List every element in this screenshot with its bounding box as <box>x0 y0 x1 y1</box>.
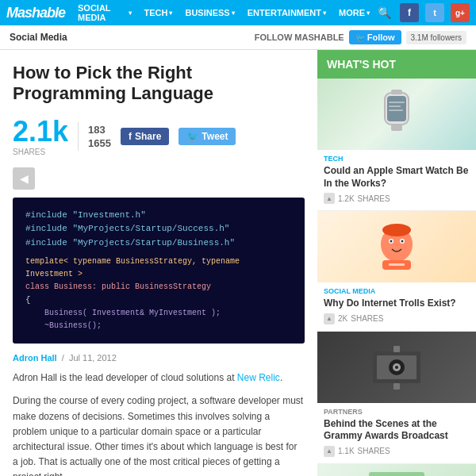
grammy-body: PARTNERS Behind the Scenes at the Grammy… <box>317 403 476 463</box>
apple-watch-image <box>317 79 476 150</box>
code-line-method: Business( Investment& MyInvestment ); <box>25 307 292 320</box>
share-label: SHARES <box>13 148 68 156</box>
followers-count: 3.1M followers <box>406 31 466 44</box>
twitter-tweet-icon: 🐦 <box>186 131 198 142</box>
category-label: Social Media <box>10 32 67 43</box>
code-block: #include "Investment.h" #include "MyProj… <box>13 198 305 344</box>
trolls-shares: ▲ 2K SHARES <box>324 313 470 324</box>
site-logo[interactable]: Mashable <box>6 5 65 21</box>
nav-entertainment[interactable]: Entertainment ▾ <box>243 5 331 21</box>
svg-point-12 <box>382 224 411 236</box>
twitter-tweet-button[interactable]: 🐦 Tweet <box>178 128 236 145</box>
shares-icon: ▲ <box>324 193 335 204</box>
facebook-share-icon: f <box>129 131 132 142</box>
svg-rect-20 <box>393 346 400 352</box>
nav-right-icons: 🔍 f t g+ <box>374 3 470 22</box>
share-num-1: 183 <box>88 124 111 136</box>
main-content: How to Pick the Right Programming Langua… <box>0 50 317 476</box>
svg-rect-6 <box>389 109 403 111</box>
chevron-down-icon: ▾ <box>323 10 326 17</box>
chevron-down-icon: ▾ <box>129 10 132 17</box>
svg-point-11 <box>401 240 404 243</box>
nav-business[interactable]: Business ▾ <box>180 5 239 21</box>
article-p1: During the course of every coding projec… <box>13 393 305 476</box>
grammy-title[interactable]: Behind the Scenes at the Grammy Awards B… <box>324 418 470 443</box>
code-line-1: #include "Investment.h" <box>25 209 292 223</box>
sidebar-card-grammy[interactable]: PARTNERS Behind the Scenes at the Grammy… <box>317 332 476 464</box>
svg-point-10 <box>390 240 393 243</box>
trolls-title[interactable]: Why Do Internet Trolls Exist? <box>324 298 470 310</box>
svg-point-19 <box>395 366 398 369</box>
share-count: 2.1k <box>13 117 68 146</box>
new-relic-link[interactable]: New Relic <box>237 372 280 383</box>
facebook-share-button[interactable]: f Share <box>121 128 169 145</box>
googleplus-icon[interactable]: g+ <box>451 3 470 22</box>
share-divider <box>78 122 79 151</box>
grammy-image <box>317 332 476 403</box>
code-line-3: #include "MyProjects/Startup/Business.h" <box>25 236 292 251</box>
bottom-image <box>317 464 476 476</box>
share-num-2: 1655 <box>88 137 111 149</box>
nav-items: Social Media ▾ Tech ▾ Business ▾ Enterta… <box>73 0 374 25</box>
svg-rect-5 <box>389 106 401 107</box>
svg-rect-22 <box>369 472 424 476</box>
whats-hot-header: What's Hot <box>317 50 476 79</box>
article-bio: Adron Hall is the lead developer of clou… <box>13 370 305 386</box>
svg-rect-14 <box>389 263 405 266</box>
search-icon[interactable]: 🔍 <box>374 3 393 22</box>
follow-mashable-label: Follow Mashable <box>255 33 344 42</box>
author-name[interactable]: Adron Hall <box>13 353 57 363</box>
facebook-icon[interactable]: f <box>400 3 419 22</box>
share-expand-button[interactable]: ◀ <box>13 167 35 190</box>
twitter-icon[interactable]: t <box>425 3 444 22</box>
svg-rect-3 <box>391 90 402 94</box>
twitter-small-icon: 🐦 <box>355 33 365 42</box>
code-line-2: #include "MyProjects/Startup/Success.h" <box>25 222 292 236</box>
grammy-category: PARTNERS <box>324 408 470 416</box>
sidebar-card-bottom[interactable] <box>317 464 476 476</box>
apple-watch-shares: ▲ 1.2K SHARES <box>324 193 470 204</box>
follow-button[interactable]: 🐦 Follow <box>349 30 401 44</box>
apple-watch-title[interactable]: Could an Apple Smart Watch Be In the Wor… <box>324 165 470 190</box>
apple-watch-body: TECH Could an Apple Smart Watch Be In th… <box>317 150 476 210</box>
shares-icon-2: ▲ <box>324 313 335 324</box>
article-body: Adron Hall is the lead developer of clou… <box>13 370 305 476</box>
grammy-shares: ▲ 1.1K SHARES <box>324 446 470 457</box>
svg-rect-1 <box>387 96 406 121</box>
apple-watch-category: TECH <box>324 155 470 163</box>
article-date: Jul 11, 2012 <box>69 353 117 363</box>
svg-rect-4 <box>389 102 405 103</box>
sidebar-card-apple-watch[interactable]: TECH Could an Apple Smart Watch Be In th… <box>317 79 476 211</box>
code-line-destructor: ~Business(); <box>25 320 292 332</box>
nav-social-media[interactable]: Social Media ▾ <box>73 0 136 25</box>
article-title: How to Pick the Right Programming Langua… <box>13 63 305 105</box>
trolls-body: SOCIAL MEDIA Why Do Internet Trolls Exis… <box>317 282 476 331</box>
nav-more[interactable]: More ▾ <box>334 5 374 21</box>
chevron-down-icon: ▾ <box>169 10 172 17</box>
sub-header: Social Media Follow Mashable 🐦 Follow 3.… <box>0 25 476 50</box>
top-navigation: Mashable Social Media ▾ Tech ▾ Business … <box>0 0 476 25</box>
sidebar: What's Hot TECH Could an Apple Smart Wat… <box>317 50 476 476</box>
share-numbers: 183 1655 <box>88 124 111 149</box>
trolls-image <box>317 211 476 282</box>
share-count-block: 2.1k SHARES <box>13 117 68 156</box>
chevron-down-icon: ▾ <box>367 10 370 17</box>
code-line-brace: { <box>25 294 292 308</box>
share-row: 2.1k SHARES 183 1655 f Share 🐦 Tweet <box>13 117 305 156</box>
code-line-class: class Business: public BusinessStrategy <box>25 281 292 294</box>
author-line: Adron Hall / Jul 11, 2012 <box>13 353 305 363</box>
follow-section: Follow Mashable 🐦 Follow 3.1M followers <box>255 30 466 44</box>
shares-icon-3: ▲ <box>324 446 335 457</box>
code-line-template: template< typename BusinessStrategy, typ… <box>25 255 292 281</box>
chevron-down-icon: ▾ <box>232 10 235 17</box>
svg-rect-21 <box>393 383 400 390</box>
nav-tech[interactable]: Tech ▾ <box>140 5 178 21</box>
content-wrapper: How to Pick the Right Programming Langua… <box>0 50 476 476</box>
trolls-category: SOCIAL MEDIA <box>324 287 470 295</box>
sidebar-card-trolls[interactable]: SOCIAL MEDIA Why Do Internet Trolls Exis… <box>317 211 476 332</box>
svg-rect-2 <box>391 125 402 131</box>
